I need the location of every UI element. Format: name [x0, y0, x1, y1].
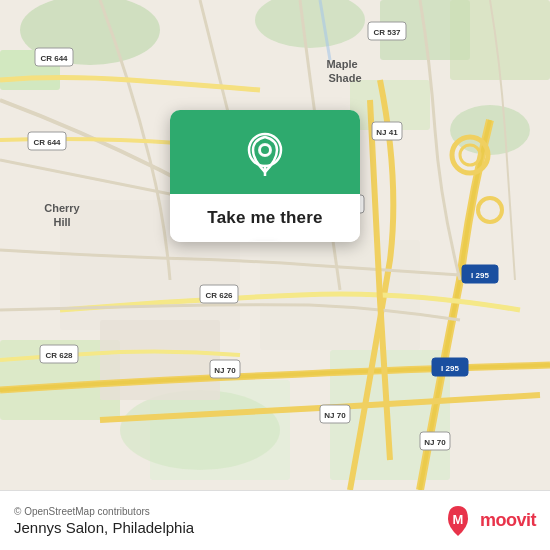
svg-text:NJ 70: NJ 70	[214, 366, 236, 375]
moovit-text: moovit	[480, 510, 536, 531]
map-container: CR 644 CR 644 CR 537 NJ 41 NJ 41 I 295 I…	[0, 0, 550, 490]
svg-text:CR 537: CR 537	[373, 28, 401, 37]
svg-text:Cherry: Cherry	[44, 202, 80, 214]
svg-text:Shade: Shade	[328, 72, 361, 84]
svg-text:CR 644: CR 644	[33, 138, 61, 147]
svg-text:NJ 41: NJ 41	[376, 128, 398, 137]
svg-text:NJ 70: NJ 70	[424, 438, 446, 447]
svg-text:Hill: Hill	[53, 216, 70, 228]
svg-text:CR 628: CR 628	[45, 351, 73, 360]
location-name: Jennys Salon, Philadelphia	[14, 519, 194, 536]
map-background: CR 644 CR 644 CR 537 NJ 41 NJ 41 I 295 I…	[0, 0, 550, 490]
svg-text:CR 626: CR 626	[205, 291, 233, 300]
moovit-icon: M	[442, 505, 474, 537]
svg-text:I 295: I 295	[441, 364, 459, 373]
svg-text:I 295: I 295	[471, 271, 489, 280]
take-me-there-button[interactable]: Take me there	[170, 194, 360, 242]
svg-rect-14	[100, 320, 220, 400]
moovit-logo: M moovit	[442, 505, 536, 537]
bottom-left: © OpenStreetMap contributors Jennys Salo…	[14, 506, 194, 536]
svg-text:M: M	[453, 512, 464, 527]
popup-green-area	[170, 110, 360, 194]
svg-point-49	[261, 146, 269, 154]
bottom-bar: © OpenStreetMap contributors Jennys Salo…	[0, 490, 550, 550]
svg-text:NJ 70: NJ 70	[324, 411, 346, 420]
location-pin-icon	[243, 132, 287, 176]
svg-point-11	[120, 390, 280, 470]
popup-card: Take me there	[170, 110, 360, 242]
osm-attribution: © OpenStreetMap contributors	[14, 506, 194, 517]
svg-text:CR 644: CR 644	[40, 54, 68, 63]
